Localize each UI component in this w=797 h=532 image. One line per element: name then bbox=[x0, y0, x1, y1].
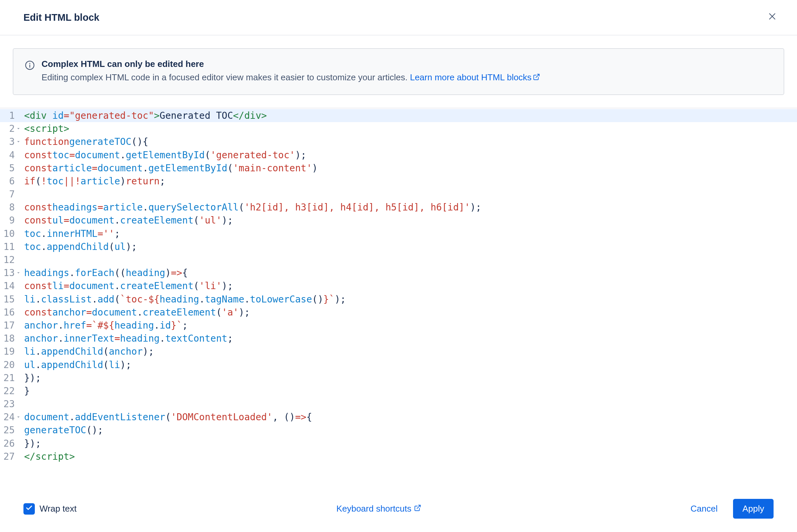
info-description: Editing complex HTML code in a focused e… bbox=[41, 71, 772, 84]
gutter-line-number: 17 bbox=[1, 319, 16, 332]
learn-more-link[interactable]: Learn more about HTML blocks bbox=[410, 72, 540, 82]
gutter-line-number: 16 bbox=[1, 306, 16, 319]
gutter-line-number: 21 bbox=[1, 372, 16, 384]
wrap-text-toggle[interactable]: Wrap text bbox=[23, 503, 77, 515]
external-link-icon bbox=[533, 72, 540, 84]
wrap-text-checkbox[interactable] bbox=[23, 503, 35, 515]
info-content: Complex HTML can only be edited here Edi… bbox=[41, 59, 772, 84]
gutter-line-number: 20 bbox=[1, 358, 16, 372]
code-line[interactable] bbox=[24, 253, 797, 266]
code-line[interactable]: const li = document.createElement('li'); bbox=[24, 279, 797, 292]
code-line[interactable]: }); bbox=[24, 437, 797, 450]
code-editor[interactable]: 1234567891011121314151617181920212223242… bbox=[0, 108, 797, 490]
code-line[interactable]: document.addEventListener('DOMContentLoa… bbox=[24, 411, 797, 423]
gutter-line-number: 1 bbox=[0, 109, 19, 122]
close-icon bbox=[767, 12, 777, 23]
apply-button[interactable]: Apply bbox=[733, 499, 774, 519]
wrap-text-label: Wrap text bbox=[39, 504, 77, 514]
code-line[interactable]: toc.innerHTML = ''; bbox=[24, 227, 797, 240]
editor-gutter: 1234567891011121314151617181920212223242… bbox=[0, 109, 19, 490]
code-line[interactable]: const headings = article.querySelectorAl… bbox=[24, 201, 797, 214]
gutter-line-number: 15 bbox=[1, 293, 16, 306]
code-line[interactable]: li.appendChild(anchor); bbox=[24, 345, 797, 358]
cancel-button[interactable]: Cancel bbox=[681, 499, 727, 519]
gutter-line-number: 14 bbox=[1, 279, 16, 292]
code-line[interactable]: toc.appendChild(ul); bbox=[24, 240, 797, 253]
gutter-line-number: 3 bbox=[1, 135, 16, 148]
code-line[interactable]: }); bbox=[24, 372, 797, 384]
editor-code-area[interactable]: <div id="generated-toc">Generated TOC</d… bbox=[19, 109, 797, 490]
gutter-line-number: 22 bbox=[1, 384, 16, 398]
code-line[interactable]: headings.forEach((heading) => { bbox=[24, 266, 797, 279]
gutter-line-number: 7 bbox=[1, 188, 16, 201]
svg-line-6 bbox=[417, 505, 421, 509]
info-icon bbox=[25, 60, 35, 84]
gutter-line-number: 9 bbox=[1, 214, 16, 227]
gutter-line-number: 27 bbox=[1, 450, 16, 463]
code-line[interactable]: } bbox=[24, 384, 797, 398]
code-line[interactable]: </script> bbox=[24, 450, 797, 463]
dialog-footer: Wrap text Keyboard shortcuts Cancel Appl… bbox=[0, 490, 797, 532]
close-button[interactable] bbox=[764, 10, 780, 25]
check-icon bbox=[25, 504, 33, 514]
gutter-line-number: 11 bbox=[1, 240, 16, 253]
svg-point-4 bbox=[30, 63, 31, 64]
code-line[interactable] bbox=[24, 398, 797, 411]
code-line[interactable]: const ul = document.createElement('ul'); bbox=[24, 214, 797, 227]
gutter-line-number: 6 bbox=[1, 175, 16, 188]
gutter-line-number: 5 bbox=[1, 162, 16, 175]
gutter-line-number: 8 bbox=[1, 201, 16, 214]
code-line[interactable]: generateTOC(); bbox=[24, 423, 797, 437]
gutter-line-number: 26 bbox=[1, 437, 16, 450]
dialog-header: Edit HTML block bbox=[0, 0, 797, 36]
code-line[interactable]: anchor.innerText = heading.textContent; bbox=[24, 332, 797, 345]
code-line[interactable]: anchor.href = `#${heading.id}`; bbox=[24, 319, 797, 332]
code-line[interactable]: if (!toc || !article) return; bbox=[24, 175, 797, 188]
gutter-line-number: 23 bbox=[1, 398, 16, 411]
keyboard-shortcuts-link[interactable]: Keyboard shortcuts bbox=[336, 504, 421, 514]
gutter-line-number: 13 bbox=[1, 266, 16, 279]
gutter-line-number: 18 bbox=[1, 332, 16, 345]
gutter-line-number: 4 bbox=[1, 149, 16, 162]
code-line[interactable] bbox=[24, 188, 797, 201]
info-banner: Complex HTML can only be edited here Edi… bbox=[13, 48, 784, 95]
code-line[interactable]: const article = document.getElementById(… bbox=[24, 162, 797, 175]
code-line[interactable]: function generateTOC() { bbox=[24, 135, 797, 148]
gutter-line-number: 19 bbox=[1, 345, 16, 358]
code-line[interactable]: li.classList.add(`toc-${heading.tagName.… bbox=[24, 293, 797, 306]
gutter-line-number: 10 bbox=[1, 227, 16, 240]
gutter-line-number: 2 bbox=[1, 122, 16, 135]
code-line[interactable]: const toc = document.getElementById('gen… bbox=[24, 149, 797, 162]
info-title: Complex HTML can only be edited here bbox=[41, 59, 772, 69]
code-line[interactable]: <div id="generated-toc">Generated TOC</d… bbox=[19, 109, 797, 122]
code-line[interactable]: ul.appendChild(li); bbox=[24, 358, 797, 372]
gutter-line-number: 25 bbox=[1, 423, 16, 437]
edit-html-dialog: Edit HTML block Complex HTML can only be… bbox=[0, 0, 797, 532]
code-line[interactable]: <script> bbox=[24, 122, 797, 135]
external-link-icon bbox=[414, 504, 421, 514]
svg-line-5 bbox=[536, 74, 540, 78]
gutter-line-number: 24 bbox=[1, 411, 16, 423]
code-line[interactable]: const anchor = document.createElement('a… bbox=[24, 306, 797, 319]
dialog-title: Edit HTML block bbox=[23, 12, 99, 23]
gutter-line-number: 12 bbox=[1, 253, 16, 266]
